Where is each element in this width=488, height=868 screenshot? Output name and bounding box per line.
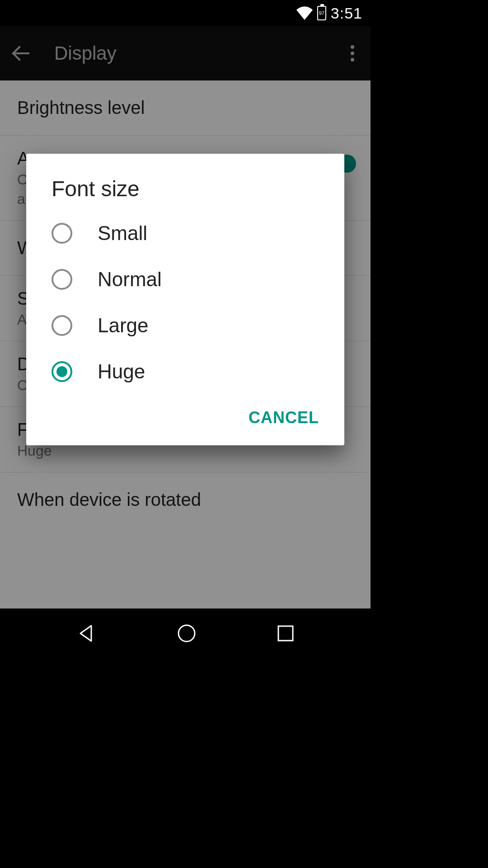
font-size-option-small[interactable]: Small [26,210,344,256]
nav-back-button[interactable] [76,623,97,644]
status-bar: 97 3:51 [0,0,371,26]
svg-rect-1 [278,626,293,641]
radio-label: Small [98,222,147,245]
radio-icon [52,269,72,290]
nav-recent-button[interactable] [277,624,295,642]
cancel-button[interactable]: CANCEL [249,408,319,427]
radio-icon [52,315,72,336]
battery-level: 97 [319,10,324,16]
dialog-actions: CANCEL [26,395,344,441]
nav-home-button[interactable] [176,623,197,644]
font-size-dialog: Font size Small Normal Large Huge CANCEL [26,154,344,445]
font-size-option-large[interactable]: Large [26,302,344,349]
dialog-title: Font size [26,176,344,210]
radio-label: Large [98,314,149,337]
battery-icon: 97 [317,6,326,20]
svg-point-0 [178,625,195,642]
square-recent-icon [277,624,295,642]
triangle-back-icon [76,623,97,644]
circle-home-icon [176,623,197,644]
status-time: 3:51 [331,5,362,22]
radio-icon [52,223,72,244]
navigation-bar [0,609,371,658]
radio-label: Huge [98,360,145,383]
font-size-option-normal[interactable]: Normal [26,256,344,302]
radio-icon [52,361,72,382]
font-size-option-huge[interactable]: Huge [26,349,344,395]
wifi-icon [296,6,313,20]
radio-label: Normal [98,268,162,291]
